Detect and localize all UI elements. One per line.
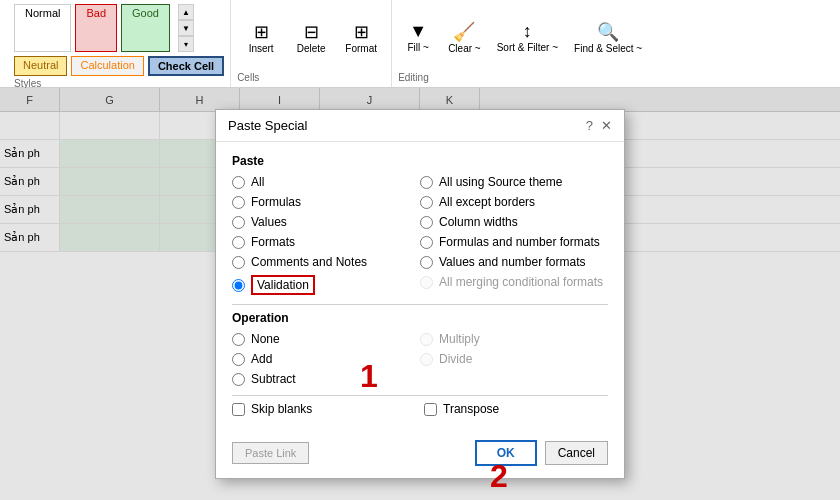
divider-2 — [232, 395, 608, 396]
divider-1 — [232, 304, 608, 305]
op-subtract[interactable]: Subtract — [232, 371, 420, 387]
operation-section-label: Operation — [232, 311, 608, 325]
main-area: F G H I J K n giá 2 Sản ph 15,000 — [0, 88, 840, 500]
sort-filter-btn[interactable]: ↕ Sort & Filter ~ — [491, 4, 564, 70]
paste-validation[interactable]: Validation — [232, 274, 420, 296]
paste-link-btn[interactable]: Paste Link — [232, 442, 309, 464]
style-calculation[interactable]: Calculation — [71, 56, 143, 76]
transpose-label: Transpose — [443, 402, 499, 416]
help-btn[interactable]: ? — [586, 118, 593, 133]
ribbon: Normal Bad Good ▲ ▼ ▾ Neutral Calculatio… — [0, 0, 840, 88]
style-check-cell[interactable]: Check Cell — [148, 56, 224, 76]
paste-all[interactable]: All — [232, 174, 420, 190]
op-add-radio[interactable] — [232, 353, 245, 366]
paste-special-dialog: Paste Special ? ✕ Paste All — [215, 109, 625, 479]
operation-radio-group: None Add Subtract — [232, 331, 608, 387]
ok-btn[interactable]: OK — [475, 440, 537, 466]
paste-formats-label: Formats — [251, 235, 295, 249]
paste-values-num-radio[interactable] — [420, 256, 433, 269]
insert-icon: ⊞ — [254, 21, 269, 43]
find-btn[interactable]: 🔍 Find & Select ~ — [568, 4, 648, 70]
paste-all-radio[interactable] — [232, 176, 245, 189]
styles-group: Normal Bad Good ▲ ▼ ▾ Neutral Calculatio… — [8, 0, 231, 87]
dialog-title-text: Paste Special — [228, 118, 308, 133]
dialog-overlay: Paste Special ? ✕ Paste All — [0, 88, 840, 500]
op-none-radio[interactable] — [232, 333, 245, 346]
style-good[interactable]: Good — [121, 4, 170, 52]
skip-blanks-checkbox[interactable] — [232, 403, 245, 416]
skip-blanks-item[interactable]: Skip blanks — [232, 402, 416, 416]
fill-btn[interactable]: ▼ Fill ~ — [398, 4, 438, 70]
paste-formulas-label: Formulas — [251, 195, 301, 209]
paste-formulas-num[interactable]: Formulas and number formats — [420, 234, 608, 250]
delete-btn[interactable]: ⊟ Delete — [287, 4, 335, 70]
op-add[interactable]: Add — [232, 351, 420, 367]
paste-comments-radio[interactable] — [232, 256, 245, 269]
clear-btn[interactable]: 🧹 Clear ~ — [442, 4, 487, 70]
op-subtract-radio[interactable] — [232, 373, 245, 386]
paste-all-merging-radio[interactable] — [420, 276, 433, 289]
dialog-footer: Paste Link OK Cancel — [216, 432, 624, 478]
op-divide-label: Divide — [439, 352, 472, 366]
dialog-title-actions: ? ✕ — [586, 118, 612, 133]
format-btn[interactable]: ⊞ Format — [337, 4, 385, 70]
op-add-label: Add — [251, 352, 272, 366]
paste-all-label: All — [251, 175, 264, 189]
op-subtract-label: Subtract — [251, 372, 296, 386]
cells-buttons: ⊞ Insert ⊟ Delete ⊞ Format — [237, 4, 385, 70]
cancel-btn[interactable]: Cancel — [545, 441, 608, 465]
paste-right-col: All using Source theme All except border… — [420, 174, 608, 296]
paste-all-source[interactable]: All using Source theme — [420, 174, 608, 190]
delete-icon: ⊟ — [304, 21, 319, 43]
paste-col-widths[interactable]: Column widths — [420, 214, 608, 230]
editing-label: Editing — [398, 70, 648, 83]
style-neutral[interactable]: Neutral — [14, 56, 67, 76]
paste-comments-label: Comments and Notes — [251, 255, 367, 269]
scroll-down-btn[interactable]: ▼ — [178, 20, 194, 36]
paste-all-merging-label: All merging conditional formats — [439, 275, 603, 289]
insert-btn[interactable]: ⊞ Insert — [237, 4, 285, 70]
sort-icon: ↕ — [523, 21, 532, 42]
close-btn[interactable]: ✕ — [601, 118, 612, 133]
paste-col-widths-label: Column widths — [439, 215, 518, 229]
paste-radio-group: All Formulas Values Formats — [232, 174, 608, 296]
paste-all-source-radio[interactable] — [420, 176, 433, 189]
paste-formulas-num-radio[interactable] — [420, 236, 433, 249]
paste-formulas-radio[interactable] — [232, 196, 245, 209]
sort-label: Sort & Filter ~ — [497, 42, 558, 53]
style-normal[interactable]: Normal — [14, 4, 71, 52]
paste-values-num-label: Values and number formats — [439, 255, 586, 269]
style-bad[interactable]: Bad — [75, 4, 117, 52]
find-icon: 🔍 — [597, 21, 619, 43]
transpose-item[interactable]: Transpose — [424, 402, 608, 416]
cells-group: ⊞ Insert ⊟ Delete ⊞ Format Cells — [231, 0, 392, 87]
op-multiply-label: Multiply — [439, 332, 480, 346]
op-divide[interactable]: Divide — [420, 351, 608, 367]
paste-col-widths-radio[interactable] — [420, 216, 433, 229]
format-icon: ⊞ — [354, 21, 369, 43]
paste-values-num[interactable]: Values and number formats — [420, 254, 608, 270]
transpose-checkbox[interactable] — [424, 403, 437, 416]
paste-validation-radio[interactable] — [232, 279, 245, 292]
paste-comments[interactable]: Comments and Notes — [232, 254, 420, 270]
paste-values-radio[interactable] — [232, 216, 245, 229]
scroll-more-btn[interactable]: ▾ — [178, 36, 194, 52]
op-none[interactable]: None — [232, 331, 420, 347]
op-multiply[interactable]: Multiply — [420, 331, 608, 347]
paste-no-borders-radio[interactable] — [420, 196, 433, 209]
paste-formats-radio[interactable] — [232, 236, 245, 249]
editing-group: ▼ Fill ~ 🧹 Clear ~ ↕ Sort & Filter ~ 🔍 F… — [392, 0, 654, 87]
paste-all-merging[interactable]: All merging conditional formats — [420, 274, 608, 290]
op-none-label: None — [251, 332, 280, 346]
op-multiply-radio[interactable] — [420, 333, 433, 346]
paste-formulas[interactable]: Formulas — [232, 194, 420, 210]
skip-blanks-label: Skip blanks — [251, 402, 312, 416]
paste-no-borders[interactable]: All except borders — [420, 194, 608, 210]
styles-top-row: Normal Bad Good ▲ ▼ ▾ — [14, 4, 224, 52]
scroll-up-btn[interactable]: ▲ — [178, 4, 194, 20]
paste-values[interactable]: Values — [232, 214, 420, 230]
dialog-title-bar: Paste Special ? ✕ — [216, 110, 624, 142]
styles-scroll: ▲ ▼ ▾ — [178, 4, 194, 52]
paste-formats[interactable]: Formats — [232, 234, 420, 250]
op-divide-radio[interactable] — [420, 353, 433, 366]
